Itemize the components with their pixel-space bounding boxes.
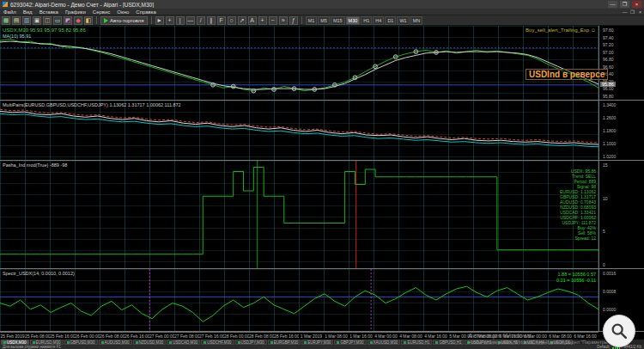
chart-tab-icon [169, 341, 172, 344]
chart-tab-icon [337, 341, 339, 344]
scale-tick: 97.20 [603, 42, 614, 47]
terminal-icon[interactable]: ▭ [53, 16, 62, 25]
chart-window-controls: —❐× [621, 9, 644, 15]
fibonacci-icon[interactable]: F [217, 16, 226, 25]
profile-name[interactable]: Default [597, 345, 609, 349]
chart-series-pane2[interactable] [0, 101, 598, 160]
timeframe-m30[interactable]: M30 [346, 16, 361, 25]
time-axis-label: 1 Mar 16:00 [349, 333, 374, 340]
scale-tick: 0.0000 [603, 307, 616, 312]
chart-tab-icon [304, 341, 307, 344]
time-axis-label: 28 Feb 16:00 [274, 333, 299, 340]
chart-tab-label: NZDUSD,M30 [139, 340, 164, 345]
zoom-out-icon[interactable]: − [269, 16, 277, 25]
time-axis-label: 1 Mar 2019 [299, 333, 324, 340]
timeframe-h1[interactable]: H1 [361, 16, 372, 25]
chart-tab-label: AUDUSD,M30 [105, 340, 130, 345]
pane2-indicator-label: MultiPairs(EURUSD,GBPUSD,USDCHF,USDJPY) … [3, 102, 181, 107]
scale-tick: 1.1800 [603, 128, 616, 133]
time-axis-label: 4 Mar 16:00 [423, 333, 448, 340]
scale-tick: 0.0008 [603, 289, 616, 294]
profiles-icon[interactable]: ▤ [12, 16, 21, 25]
time-axis-label: 4 Mar 00:00 [374, 333, 398, 340]
chart-tab-icon [204, 341, 206, 344]
toolbar-main-icons: ▦▤▥▣◫▭◩◆◧ [2, 16, 93, 25]
chart-tab-icon [238, 341, 240, 344]
vertical-line-icon[interactable]: | [176, 16, 185, 25]
chart-series-pane1[interactable] [0, 26, 598, 100]
chart-tab-label: GBPUSD,M30 [70, 340, 95, 345]
chart-tab-label: EURUSD,H1 [407, 340, 429, 345]
cursor-icon[interactable]: ► [155, 16, 164, 25]
watermark-line2: Чтобы активировать Windows, перейдите в … [468, 340, 611, 345]
time-axis-label: 27 Feb 00:00 [149, 333, 174, 340]
menu-item-0[interactable]: Файл [0, 9, 20, 15]
autotrade-button[interactable]: Авто-торговля [100, 16, 148, 25]
pane-divider[interactable] [0, 160, 644, 161]
pane3-indicator-label: Pasha_Ind mod(True) -889 -98 [3, 162, 67, 168]
timeframe-w1[interactable]: W1 [397, 16, 409, 25]
new-order-icon[interactable]: ◆ [74, 16, 82, 25]
chart-restore-button[interactable]: ❐ [629, 9, 636, 15]
menu-item-6[interactable]: Справка [132, 9, 160, 15]
data-window-icon[interactable]: ▣ [33, 16, 41, 25]
chart-tab-label: USDCHF,M30 [207, 340, 231, 345]
market-watch-icon[interactable]: ▥ [22, 16, 31, 25]
pane-divider[interactable] [0, 268, 644, 269]
time-axis-label: 1 Mar 08:00 [324, 333, 349, 340]
menu-item-1[interactable]: Вид [20, 9, 36, 15]
indicators-icon[interactable]: ƒ [289, 16, 298, 25]
navigator-icon[interactable]: ◫ [43, 16, 52, 25]
menu-item-5[interactable]: Окно [113, 9, 132, 15]
menu-item-3[interactable]: Графики [62, 9, 89, 15]
menu-items: ФайлВидВставкаГрафикиСервисОкноСправка [0, 9, 160, 15]
chart-tab-icon [101, 341, 104, 344]
auto-scroll-icon[interactable]: » [279, 16, 288, 25]
toolbar-separator [151, 16, 152, 24]
zoom-overlay-icon[interactable] [603, 315, 635, 347]
chart-close-button[interactable]: × [636, 9, 644, 15]
timeframe-h4[interactable]: H4 [373, 16, 384, 25]
toolbar: ▦▤▥▣◫▭◩◆◧ Авто-торговля ►+|—/∥F○↗A+−»ƒ M… [0, 15, 644, 26]
scale-tick: 96.00 [603, 86, 614, 91]
oscillator-value-line: 0.21 = 10556 -0.11 [481, 278, 596, 284]
timeframe-m15[interactable]: M15 [331, 16, 345, 25]
chart-tab-label: XAUUSD,M30 [374, 340, 398, 345]
toolbar-tool-icons: ►+|—/∥F○↗A+−»ƒ [155, 16, 298, 25]
crosshair-icon[interactable]: + [166, 16, 174, 25]
chart-tab-label: USDX,M30 [7, 340, 27, 345]
pane-divider[interactable] [0, 100, 644, 101]
new-chart-icon[interactable]: ▦ [2, 16, 10, 25]
time-axis-label: 28 Feb 00:00 [224, 333, 249, 340]
scale-tick: 96.80 [603, 57, 614, 62]
info-panel-line: Spread: 12 [481, 236, 596, 241]
menu-item-4[interactable]: Сервис [89, 9, 114, 15]
scale-tick: 5 [603, 229, 605, 234]
timeframe-m1[interactable]: M1 [306, 16, 318, 25]
chart-tab-label: EURJPY,M30 [307, 340, 331, 345]
shapes-icon[interactable]: ○ [228, 16, 236, 25]
maximize-button[interactable]: ❐ [620, 1, 629, 8]
chart-minimize-button[interactable]: — [621, 9, 629, 15]
metaeditor-icon[interactable]: ◧ [84, 16, 93, 25]
strategy-tester-icon[interactable]: ◩ [64, 16, 72, 25]
menu-item-2[interactable]: Вставка [36, 9, 62, 15]
channel-icon[interactable]: ∥ [207, 16, 216, 25]
zoom-in-icon[interactable]: + [258, 16, 267, 25]
text-icon[interactable]: A [248, 16, 257, 25]
chart-tab-label: USDJPY,M30 [241, 340, 264, 345]
toolbar-separator [96, 16, 97, 24]
minimize-button[interactable]: — [608, 1, 617, 8]
timeframe-m5[interactable]: M5 [318, 16, 330, 25]
trendline-icon[interactable]: / [197, 16, 205, 25]
close-button[interactable]: × [632, 1, 641, 8]
scale-tick: 97.40 [603, 35, 614, 40]
pane4-indicator-label: Spectr_USDX(14, 0.0010, 0.0012) [3, 271, 75, 276]
arrows-icon[interactable]: ↗ [238, 16, 246, 25]
horizontal-line-icon[interactable]: — [186, 16, 195, 25]
timeframe-buttons: M1M5M15M30H1H4D1W1MN [306, 16, 423, 25]
scale-tick: 10 [603, 196, 608, 201]
scale-tick: 1.3400 [603, 102, 616, 107]
timeframe-mn[interactable]: MN [410, 16, 423, 25]
timeframe-d1[interactable]: D1 [385, 16, 396, 25]
